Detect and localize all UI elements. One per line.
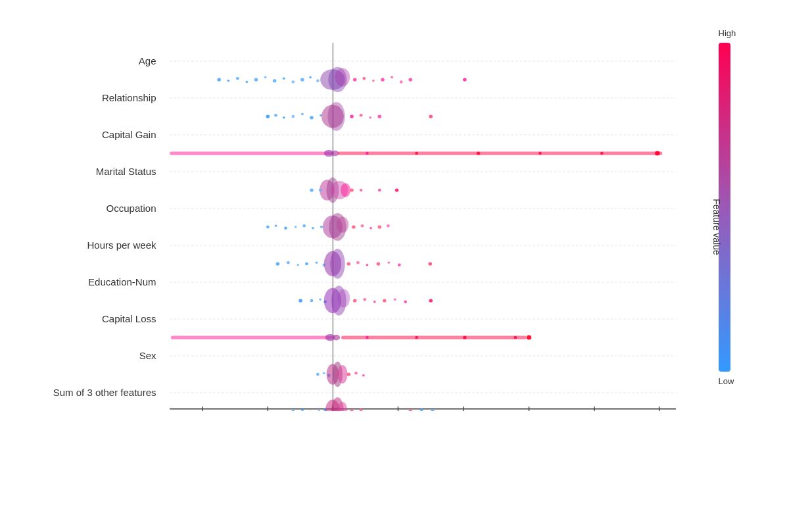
svg-point-85 xyxy=(394,188,398,191)
svg-point-114 xyxy=(397,263,400,266)
svg-point-54 xyxy=(282,116,285,119)
age-swarm xyxy=(217,66,466,92)
svg-point-115 xyxy=(428,262,432,265)
color-bar-high-label: High xyxy=(719,28,736,38)
svg-point-72 xyxy=(476,151,480,155)
svg-point-84 xyxy=(377,188,381,191)
svg-point-35 xyxy=(272,79,276,82)
svg-point-140 xyxy=(322,372,325,374)
svg-point-161 xyxy=(431,409,435,411)
svg-point-33 xyxy=(254,78,258,81)
svg-point-63 xyxy=(369,116,371,119)
y-label-occupation: Occupation xyxy=(32,190,163,227)
svg-point-36 xyxy=(282,77,285,80)
y-axis-labels: Age Relationship Capital Gain Marital St… xyxy=(32,43,163,411)
svg-point-90 xyxy=(302,224,306,227)
svg-point-80 xyxy=(310,188,314,191)
y-label-age: Age xyxy=(32,43,163,80)
svg-point-110 xyxy=(356,261,360,264)
svg-point-100 xyxy=(387,224,390,227)
svg-point-92 xyxy=(320,225,323,228)
svg-point-70 xyxy=(366,151,369,154)
svg-rect-130 xyxy=(170,335,332,339)
svg-point-147 xyxy=(362,374,364,377)
main-svg: -4 -2 0 2 4 6 8 10 SHAP value (impact on… xyxy=(170,43,676,411)
svg-point-95 xyxy=(336,216,348,233)
svg-point-56 xyxy=(301,112,304,115)
svg-point-139 xyxy=(316,372,320,375)
svg-point-134 xyxy=(366,335,369,338)
svg-point-89 xyxy=(294,226,297,228)
y-label-relationship: Relationship xyxy=(32,80,163,116)
svg-point-31 xyxy=(235,77,239,80)
svg-point-49 xyxy=(399,80,402,83)
svg-point-32 xyxy=(245,80,248,83)
svg-point-149 xyxy=(301,408,304,411)
svg-point-156 xyxy=(350,409,354,411)
svg-point-50 xyxy=(408,78,412,81)
svg-point-103 xyxy=(297,264,299,266)
svg-point-102 xyxy=(286,261,289,264)
svg-point-99 xyxy=(377,225,381,228)
svg-point-112 xyxy=(376,262,380,265)
svg-point-38 xyxy=(300,78,304,81)
svg-point-88 xyxy=(284,226,287,229)
svg-point-111 xyxy=(366,264,368,266)
plot-area: -4 -2 0 2 4 6 8 10 SHAP value (impact on… xyxy=(170,43,676,411)
svg-point-105 xyxy=(315,261,318,264)
svg-rect-69 xyxy=(337,151,662,155)
svg-point-124 xyxy=(363,298,366,301)
svg-point-128 xyxy=(404,300,407,303)
svg-point-122 xyxy=(337,289,350,307)
svg-point-113 xyxy=(387,261,390,264)
y-label-hours-per-week: Hours per week xyxy=(32,227,163,264)
svg-point-125 xyxy=(373,301,375,303)
y-label-sum-features: Sum of 3 other features xyxy=(32,374,163,411)
svg-point-98 xyxy=(370,227,372,230)
svg-point-87 xyxy=(274,224,277,227)
svg-point-73 xyxy=(538,151,542,154)
svg-rect-66 xyxy=(170,151,333,155)
svg-point-51 xyxy=(463,78,467,81)
svg-point-136 xyxy=(463,335,467,339)
svg-point-62 xyxy=(359,114,362,116)
education-num-swarm xyxy=(299,285,433,316)
svg-rect-133 xyxy=(341,335,527,339)
svg-point-123 xyxy=(352,299,356,302)
occupation-swarm xyxy=(266,213,389,241)
svg-point-43 xyxy=(335,68,350,86)
svg-point-81 xyxy=(318,188,322,191)
svg-point-57 xyxy=(310,116,314,119)
svg-point-144 xyxy=(337,365,347,383)
y-label-capital-loss: Capital Loss xyxy=(32,301,163,337)
svg-point-65 xyxy=(429,114,433,118)
svg-point-48 xyxy=(391,76,393,78)
svg-point-118 xyxy=(319,298,322,301)
svg-point-83 xyxy=(359,188,362,191)
svg-point-97 xyxy=(360,224,364,227)
hours-per-week-swarm xyxy=(275,249,432,279)
svg-point-137 xyxy=(513,335,517,338)
svg-point-135 xyxy=(415,335,418,338)
svg-point-129 xyxy=(429,299,433,302)
svg-point-126 xyxy=(382,299,386,302)
svg-point-117 xyxy=(310,299,313,301)
y-label-sex: Sex xyxy=(32,337,163,374)
svg-point-64 xyxy=(377,114,381,118)
svg-point-30 xyxy=(227,80,229,82)
y-label-capital-gain: Capital Gain xyxy=(32,116,163,153)
svg-point-45 xyxy=(362,77,366,80)
svg-point-148 xyxy=(291,409,295,410)
svg-point-159 xyxy=(408,409,412,411)
svg-point-40 xyxy=(316,79,320,82)
svg-point-55 xyxy=(291,114,295,117)
svg-point-37 xyxy=(291,80,295,83)
y-label-education-num: Education-Num xyxy=(32,264,163,301)
marital-status-swarm xyxy=(310,177,398,203)
relationship-swarm xyxy=(266,102,433,131)
svg-point-44 xyxy=(352,78,356,81)
svg-point-138 xyxy=(526,335,531,339)
capital-gain-swarm xyxy=(170,149,662,157)
sex-swarm xyxy=(316,361,365,387)
svg-point-39 xyxy=(309,76,312,78)
